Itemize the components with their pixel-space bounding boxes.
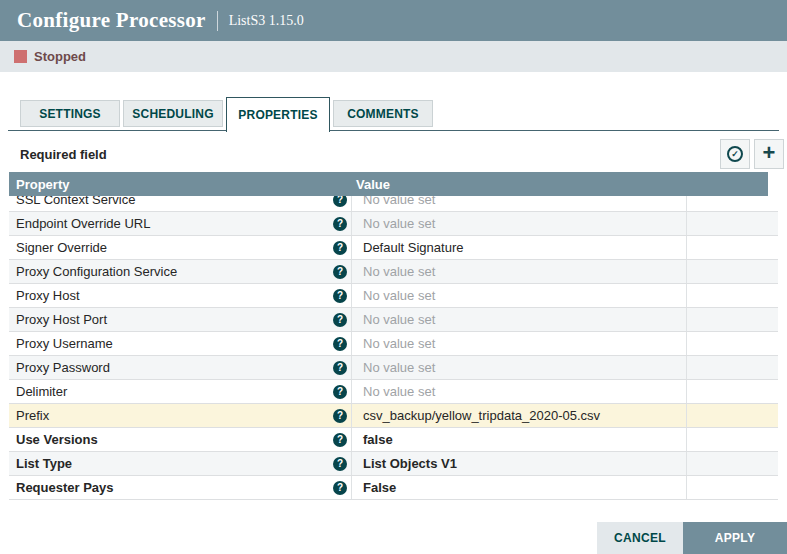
property-label: Proxy Password <box>16 360 110 375</box>
table-row[interactable]: Proxy Configuration Service ? No value s… <box>9 260 778 284</box>
value-cell[interactable]: csv_backup/yellow_tripdata_2020-05.csv <box>352 404 687 427</box>
tab-comments[interactable]: COMMENTS <box>333 100 433 127</box>
stopped-icon <box>14 50 27 63</box>
property-cell: Requester Pays ? <box>9 476 352 499</box>
partial-row-clip: SSL Context Service ? No value set <box>9 196 778 212</box>
help-icon[interactable]: ? <box>333 361 347 375</box>
property-label: SSL Context Service <box>16 196 135 207</box>
value-label: Default Signature <box>363 240 463 255</box>
value-label: No value set <box>363 196 435 207</box>
property-label: Proxy Configuration Service <box>16 264 177 279</box>
dialog-title: Configure Processor <box>17 8 206 33</box>
value-label: List Objects V1 <box>363 456 457 471</box>
value-cell[interactable]: Default Signature <box>352 236 687 259</box>
value-cell[interactable]: No value set <box>352 332 687 355</box>
property-label: Endpoint Override URL <box>16 216 150 231</box>
property-label: Prefix <box>16 408 49 423</box>
value-label: No value set <box>363 336 435 351</box>
row-actions-cell <box>687 428 778 451</box>
help-icon[interactable]: ? <box>333 481 347 495</box>
tab-settings-label: SETTINGS <box>39 107 101 121</box>
table-row[interactable]: Endpoint Override URL ? No value set <box>9 212 778 236</box>
row-actions-cell <box>687 260 778 283</box>
row-actions-cell <box>687 404 778 427</box>
value-cell[interactable]: List Objects V1 <box>352 452 687 475</box>
properties-table: Property Value SSL Context Service ? No … <box>9 172 778 500</box>
help-icon[interactable]: ? <box>333 385 347 399</box>
value-label: No value set <box>363 384 435 399</box>
help-icon[interactable]: ? <box>333 457 347 471</box>
value-label: false <box>363 432 393 447</box>
help-icon[interactable]: ? <box>333 313 347 327</box>
table-header: Property Value <box>9 172 768 196</box>
table-row-partial[interactable]: SSL Context Service ? No value set <box>9 196 778 212</box>
property-label: Proxy Username <box>16 336 113 351</box>
table-row-prefix-highlighted[interactable]: Prefix ? csv_backup/yellow_tripdata_2020… <box>9 404 778 428</box>
tab-properties[interactable]: PROPERTIES <box>226 97 330 132</box>
value-cell[interactable]: No value set <box>352 212 687 235</box>
value-cell[interactable]: No value set <box>352 284 687 307</box>
cancel-button[interactable]: CANCEL <box>597 522 683 554</box>
property-cell: Prefix ? <box>9 404 352 427</box>
help-icon[interactable]: ? <box>333 409 347 423</box>
help-icon[interactable]: ? <box>333 289 347 303</box>
add-property-button[interactable]: + <box>754 139 784 169</box>
tab-settings[interactable]: SETTINGS <box>20 100 120 127</box>
table-row[interactable]: List Type ? List Objects V1 <box>9 452 778 476</box>
value-label: No value set <box>363 264 435 279</box>
title-separator <box>217 11 218 31</box>
help-icon[interactable]: ? <box>333 433 347 447</box>
verify-properties-button[interactable]: ✓ <box>720 139 750 169</box>
property-cell: List Type ? <box>9 452 352 475</box>
property-cell: Proxy Password ? <box>9 356 352 379</box>
table-row[interactable]: Proxy Username ? No value set <box>9 332 778 356</box>
property-label: Use Versions <box>16 432 98 447</box>
property-cell: Delimiter ? <box>9 380 352 403</box>
property-cell: Proxy Username ? <box>9 332 352 355</box>
value-label: No value set <box>363 312 435 327</box>
value-cell[interactable]: No value set <box>352 356 687 379</box>
property-cell: Proxy Configuration Service ? <box>9 260 352 283</box>
properties-toolbar: Required field ✓ + <box>20 139 784 169</box>
property-label: Signer Override <box>16 240 107 255</box>
value-column-header: Value <box>345 177 390 192</box>
verify-properties-icon: ✓ <box>727 146 743 162</box>
status-bar: Stopped <box>0 41 787 72</box>
value-cell[interactable]: No value set <box>352 380 687 403</box>
table-row[interactable]: Signer Override ? Default Signature <box>9 236 778 260</box>
property-cell: Proxy Host ? <box>9 284 352 307</box>
property-cell: Signer Override ? <box>9 236 352 259</box>
property-label: Proxy Host <box>16 288 80 303</box>
property-cell: Use Versions ? <box>9 428 352 451</box>
property-cell: Endpoint Override URL ? <box>9 212 352 235</box>
property-column-header: Property <box>9 177 345 192</box>
apply-button[interactable]: APPLY <box>683 522 787 554</box>
value-label: No value set <box>363 360 435 375</box>
tab-scheduling[interactable]: SCHEDULING <box>123 100 223 127</box>
status-label: Stopped <box>34 49 86 64</box>
table-row[interactable]: Proxy Host Port ? No value set <box>9 308 778 332</box>
property-cell: Proxy Host Port ? <box>9 308 352 331</box>
table-row[interactable]: Delimiter ? No value set <box>9 380 778 404</box>
processor-name-version: ListS3 1.15.0 <box>229 13 304 29</box>
value-cell[interactable]: No value set <box>352 260 687 283</box>
value-cell[interactable]: No value set <box>352 308 687 331</box>
table-row[interactable]: Proxy Host ? No value set <box>9 284 778 308</box>
value-label: No value set <box>363 288 435 303</box>
help-icon[interactable]: ? <box>333 196 347 207</box>
row-actions-cell <box>687 196 778 211</box>
tab-comments-label: COMMENTS <box>347 107 419 121</box>
tab-scheduling-label: SCHEDULING <box>132 107 213 121</box>
value-cell[interactable]: false <box>352 428 687 451</box>
row-actions-cell <box>687 332 778 355</box>
table-row[interactable]: Use Versions ? false <box>9 428 778 452</box>
help-icon[interactable]: ? <box>333 241 347 255</box>
help-icon[interactable]: ? <box>333 217 347 231</box>
property-label: Requester Pays <box>16 480 114 495</box>
value-cell[interactable]: False <box>352 476 687 499</box>
table-row[interactable]: Requester Pays ? False <box>9 476 778 500</box>
value-cell[interactable]: No value set <box>352 196 687 211</box>
help-icon[interactable]: ? <box>333 337 347 351</box>
help-icon[interactable]: ? <box>333 265 347 279</box>
table-row[interactable]: Proxy Password ? No value set <box>9 356 778 380</box>
